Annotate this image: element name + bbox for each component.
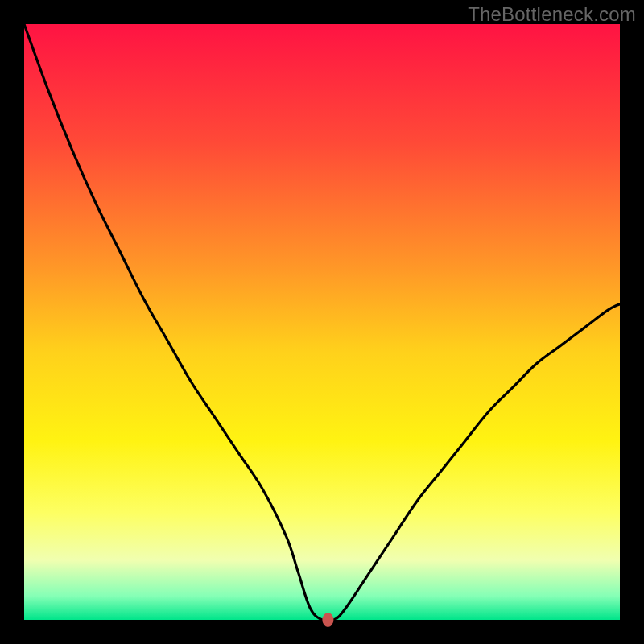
bottleneck-chart bbox=[0, 0, 644, 644]
plot-background bbox=[24, 24, 620, 620]
optimal-point-marker bbox=[322, 613, 333, 627]
watermark-text: TheBottleneck.com bbox=[468, 3, 636, 26]
